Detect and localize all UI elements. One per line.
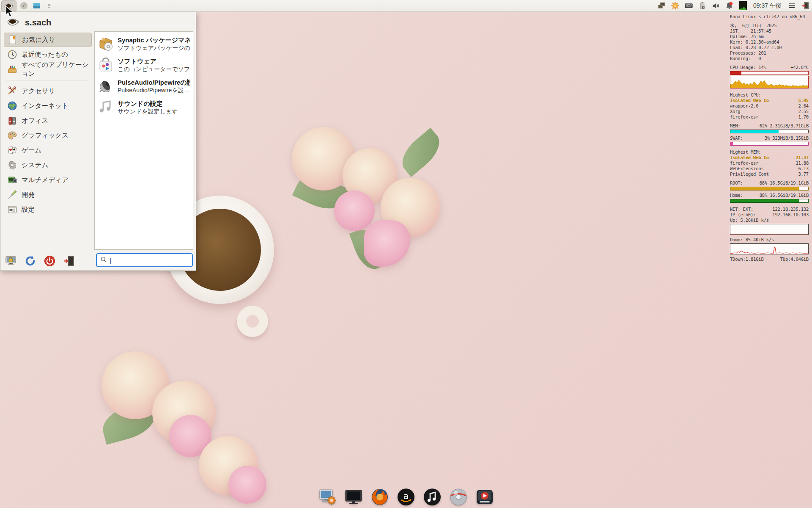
launcher-rocket[interactable]: [19, 1, 29, 11]
net-value: 122.18.235.132: [772, 207, 809, 212]
category-label: 開発: [22, 190, 35, 199]
mem-row: MEM: 62% 2.31GiB/3.71GiB: [730, 123, 809, 129]
category-item-5[interactable]: インターネット: [4, 99, 92, 113]
app-text: PulseAudio/Pipewireの設定PulseAudio/Pipewir…: [118, 79, 190, 94]
dock-package-tools[interactable]: [317, 487, 337, 507]
swap-bar: [730, 142, 809, 146]
panel-menu[interactable]: [787, 1, 797, 11]
net-label: NET: EXT:: [730, 207, 753, 212]
mem-bar: [730, 130, 809, 133]
restart-button[interactable]: [23, 254, 37, 268]
dock-display-icon: [344, 487, 363, 507]
dock-media-icon: [449, 487, 468, 507]
cpu-usage-bar: [730, 71, 809, 75]
system-icon: [7, 160, 17, 170]
process-row: Isolated Web Co21.37: [730, 155, 809, 160]
search-box[interactable]: |: [96, 253, 193, 267]
shutdown-button[interactable]: [43, 254, 56, 268]
dock-display[interactable]: [343, 487, 364, 507]
network[interactable]: [657, 1, 667, 11]
menu-category-list: お気に入り最近使ったものすべてのアプリケーションアクセサリインターネットオフィス…: [0, 32, 94, 217]
bell-icon: [725, 1, 734, 10]
net-down-label: Down: 85.4KiB k/s: [730, 237, 809, 243]
category-item-6[interactable]: オフィス: [4, 113, 92, 128]
category-label: オフィス: [22, 116, 48, 125]
logout-button[interactable]: [62, 254, 76, 268]
volume[interactable]: [711, 1, 721, 11]
conky-title: Kona Linux s-cfrz42 on x86_64: [730, 14, 809, 19]
conky-info-line: JST, 21:57:45: [730, 28, 809, 34]
volume-icon: [711, 1, 720, 10]
swap-label: SWAP:: [730, 135, 743, 141]
dock-tools-icon: [318, 487, 337, 507]
net-down-graph: [730, 243, 809, 254]
lock-screen-button[interactable]: [4, 254, 17, 268]
category-item-12[interactable]: 設定: [4, 202, 92, 217]
window-button[interactable]: [32, 1, 41, 11]
cpu-temp: +42.0°C: [790, 65, 809, 70]
dock-amazon[interactable]: a: [396, 487, 416, 507]
search-input[interactable]: [114, 257, 189, 264]
panel-left-icons: [19, 1, 54, 11]
category-item-7[interactable]: グラフィックス: [4, 128, 92, 143]
dock-video-player[interactable]: [475, 487, 495, 507]
app-title: PulseAudio/Pipewireの設定: [118, 79, 190, 87]
app-title: サウンドの設定: [118, 100, 178, 108]
category-item-0[interactable]: お気に入り: [4, 33, 92, 47]
process-row: WebExtensions6.13: [730, 166, 809, 171]
mem-label: MEM:: [730, 123, 741, 129]
category-item-8[interactable]: ゲーム: [4, 143, 92, 157]
dock-video-icon: [475, 487, 494, 507]
swap-value: 3% 323MiB/8.15GiB: [765, 135, 809, 141]
conky-info-line: UpTime: 7h 6m: [730, 34, 809, 39]
category-label: インターネット: [22, 102, 69, 110]
process-value: 11.88: [796, 160, 809, 166]
app-item-0[interactable]: Synaptic パッケージマネ…ソフトウェアパッケージの…: [96, 33, 192, 55]
menu-button[interactable]: [1, 0, 16, 11]
home-bar: [730, 199, 809, 203]
dock-firefox-icon: [370, 487, 390, 507]
bookmark-icon: [8, 35, 18, 45]
root-row: ROOT: 88% 16.5GiB/19.1GiB: [730, 180, 809, 186]
net-rows: NET: EXT:122.18.235.132IP (eth0):192.168…: [730, 207, 809, 218]
category-label: ゲーム: [22, 146, 41, 155]
shutdown-icon: [44, 255, 56, 267]
total-up: TUp:4.04GiB: [780, 257, 809, 262]
highest-mem-rows: Isolated Web Co21.37firefox-esr11.88WebE…: [730, 155, 809, 177]
total-down: TDown:1.81GiB: [730, 257, 764, 262]
app-item-2[interactable]: PulseAudio/Pipewireの設定PulseAudio/Pipewir…: [96, 76, 192, 97]
hamburger-icon: [787, 1, 796, 10]
dock-media-player[interactable]: [448, 487, 469, 507]
application-menu: s.sach お気に入り最近使ったものすべてのアプリケーションアクセサリインター…: [0, 12, 196, 271]
panel-handle[interactable]: [44, 1, 54, 11]
process-name: WebExtensions: [730, 166, 764, 171]
app-item-3[interactable]: サウンドの設定サウンドを設定します: [96, 97, 192, 118]
keyboard-layout[interactable]: [684, 1, 694, 11]
category-item-2[interactable]: すべてのアプリケーション: [4, 62, 92, 77]
system-monitor-applet[interactable]: [738, 1, 748, 11]
dock-firefox[interactable]: [370, 487, 390, 507]
app-subtitle: このコンピューターでソフ…: [118, 66, 190, 73]
notifications[interactable]: [724, 1, 734, 11]
app-text: サウンドの設定サウンドを設定します: [118, 100, 178, 116]
category-item-4[interactable]: アクセサリ: [4, 84, 92, 98]
dock-music-player[interactable]: [422, 487, 442, 507]
games-icon: [7, 145, 17, 155]
rocket-icon: [19, 1, 28, 10]
app-subtitle: サウンドを設定します: [118, 108, 178, 116]
category-label: マルチメディア: [22, 176, 69, 185]
internet-icon: [7, 101, 17, 111]
battery[interactable]: [697, 1, 707, 11]
menu-app-list: Synaptic パッケージマネ…ソフトウェアパッケージの…ソフトウェアこのコン…: [94, 31, 193, 250]
synaptic-icon: [97, 36, 114, 52]
category-item-11[interactable]: 開発: [4, 188, 92, 202]
net-row: IP (eth0):192.168.10.103: [730, 212, 809, 218]
panel-clock[interactable]: 09:37 午後: [752, 2, 783, 10]
category-item-9[interactable]: システム: [4, 158, 92, 172]
app-item-1[interactable]: ソフトウェアこのコンピューターでソフ…: [96, 55, 192, 76]
category-item-1[interactable]: 最近使ったもの: [4, 47, 92, 62]
session-logout[interactable]: [801, 1, 810, 11]
accessories-icon: [7, 86, 17, 96]
category-item-10[interactable]: マルチメディア: [4, 173, 92, 187]
updates[interactable]: [670, 1, 680, 11]
